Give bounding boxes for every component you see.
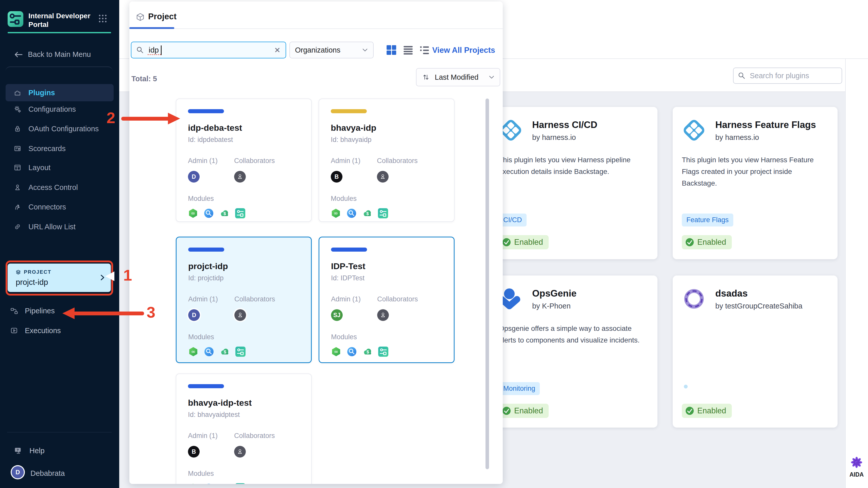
plugin-author: by testGroupCreateSahiba	[715, 302, 802, 310]
modules-label: Modules	[331, 333, 442, 341]
clear-search-icon[interactable]: ✕	[274, 46, 281, 55]
plugin-status-badge: Enabled	[682, 404, 732, 418]
help-chat-icon: ?	[14, 447, 23, 455]
sidebar-item-plugins[interactable]: Plugins	[6, 84, 114, 101]
project-name: projct-idp	[188, 261, 299, 271]
user-avatar[interactable]: D	[12, 466, 24, 478]
total-count: Total: 5	[131, 75, 157, 83]
sto-module-icon	[204, 347, 214, 357]
sidebar-item-configurations[interactable]: Configurations	[6, 102, 114, 116]
plugin-card-dsadas[interactable]: dsadas by testGroupCreateSahiba Enabled	[673, 276, 838, 428]
view-all-projects-link[interactable]: View All Projects	[432, 46, 495, 55]
plugin-description: This plugin lets you view Harness Featur…	[682, 154, 829, 189]
sidebar: Internal DeveloperPortal Back to Main Me…	[0, 0, 119, 488]
annotation-box-1	[6, 260, 113, 295]
aida-icon[interactable]	[851, 457, 862, 468]
lock-icon	[14, 125, 21, 133]
sidebar-item-connectors[interactable]: Connectors	[6, 200, 114, 214]
person-icon	[14, 183, 21, 191]
sidebar-item-executions[interactable]: Executions	[10, 326, 61, 335]
project-card-idp-test[interactable]: IDP-Test Id: IDPTest Admin (1) SJ Collab…	[318, 237, 455, 363]
svg-text:∞: ∞	[191, 349, 195, 355]
project-search-input[interactable]	[148, 46, 261, 55]
sidebar-item-access-control[interactable]: Access Control	[6, 180, 114, 195]
project-search-field[interactable]: ✕	[131, 41, 286, 58]
svg-text:$: $	[224, 350, 226, 354]
sidebar-item-pipelines[interactable]: Pipelines	[10, 307, 55, 315]
dsadas-logo-icon	[682, 287, 706, 311]
app-title: Internal DeveloperPortal	[28, 12, 94, 29]
plugin-author: by harness.io	[532, 133, 597, 142]
check-icon	[502, 406, 511, 415]
idp-logo-icon	[8, 11, 23, 27]
plugin-card-opsgenie[interactable]: OpsGenie by K-Phoen Opsgenie offers a si…	[490, 276, 657, 428]
tree-view-icon[interactable]	[419, 45, 430, 55]
gear-icon	[14, 105, 21, 113]
cloud-cost-module-icon: $	[220, 347, 230, 357]
project-selector-modal: Project ✕ Organizations View All	[129, 2, 503, 484]
admin-label: Admin (1)	[331, 295, 377, 303]
app-root: AIDA Harness CI/CD by harness.io This pl…	[0, 0, 868, 488]
check-icon	[685, 406, 694, 415]
annotation-number-2: 2	[106, 109, 115, 127]
sto-module-icon	[204, 208, 214, 218]
project-card-projct-idp[interactable]: projct-idp Id: projctidp Admin (1) D Col…	[176, 237, 312, 363]
project-id: Id: projctidp	[188, 274, 299, 282]
project-id: Id: idpdebatest	[188, 136, 300, 144]
annotation-arrow-2-head	[168, 113, 180, 124]
sidebar-divider	[7, 432, 112, 432]
search-icon	[136, 46, 144, 54]
admin-avatar: B	[188, 446, 199, 458]
collaborator-avatar-icon	[377, 171, 389, 182]
tab-active-indicator	[129, 27, 174, 29]
list-view-icon[interactable]	[403, 45, 413, 55]
sidebar-item-oauth-configurations[interactable]: OAuth Configurations	[6, 122, 114, 136]
modal-scrollbar[interactable]	[486, 98, 489, 469]
menu-group-border	[6, 66, 113, 75]
admin-avatar: SJ	[331, 309, 343, 321]
chevron-down-icon	[489, 75, 495, 79]
sort-dropdown[interactable]: Last Modified	[416, 68, 500, 86]
plugin-category-badge: Monitoring	[499, 382, 540, 395]
modules-label: Modules	[188, 470, 300, 478]
plugin-card-harness-feature-flags[interactable]: Harness Feature Flags by harness.io This…	[673, 107, 838, 259]
back-to-main-menu[interactable]: Back to Main Menu	[14, 50, 91, 59]
plugin-card-harness-cicd[interactable]: Harness CI/CD by harness.io This plugin …	[490, 107, 657, 259]
card-accent-bar	[188, 248, 224, 252]
sidebar-item-layout[interactable]: Layout	[6, 161, 114, 175]
text-caret	[161, 46, 162, 55]
grid-view-icon[interactable]	[386, 45, 397, 55]
collaborators-label: Collaborators	[234, 432, 275, 440]
cube-icon	[136, 13, 145, 21]
ci-module-icon: ∞	[188, 347, 198, 357]
annotation-number-1: 1	[123, 266, 132, 284]
admin-avatar: D	[188, 309, 200, 321]
annotation-arrow-2-shaft	[121, 117, 169, 121]
plugins-search-input[interactable]	[749, 71, 837, 80]
help-button[interactable]: ? Help	[14, 447, 44, 455]
pipelines-icon	[10, 307, 18, 315]
cloud-cost-module-icon: $	[362, 208, 372, 218]
sidebar-item-scorecards[interactable]: Scorecards	[6, 141, 114, 156]
layout-icon	[14, 164, 21, 171]
svg-text:$: $	[367, 350, 369, 354]
sidebar-item-url-allow-list[interactable]: URL Allow List	[6, 220, 114, 234]
project-card-idp-deba-test[interactable]: idp-deba-test Id: idpdebatest Admin (1) …	[176, 98, 312, 222]
idp-module-icon	[235, 483, 245, 484]
ci-module-icon: ∞	[331, 208, 341, 218]
cloud-cost-module-icon: $	[363, 347, 373, 357]
project-card-bhavya-idp[interactable]: bhavya-idp Id: bhavyaidp Admin (1) B Col…	[318, 98, 455, 222]
plugins-search-field[interactable]	[733, 67, 842, 84]
ci-module-icon: ∞	[188, 483, 198, 484]
app-switcher-icon[interactable]	[98, 14, 107, 23]
plugin-title: dsadas	[715, 288, 802, 299]
sort-arrows-icon	[422, 73, 430, 82]
admin-avatar: D	[188, 171, 199, 182]
sidebar-accent-rule	[8, 32, 111, 33]
plugin-icon	[14, 89, 21, 96]
collaborator-avatar-icon	[235, 309, 246, 321]
svg-text:∞: ∞	[334, 210, 338, 216]
organizations-filter[interactable]: Organizations	[289, 41, 374, 58]
project-card-bhavya-idp-test[interactable]: bhavya-idp-test Id: bhavyaidptest Admin …	[176, 373, 312, 484]
tab-project[interactable]: Project	[148, 12, 177, 21]
